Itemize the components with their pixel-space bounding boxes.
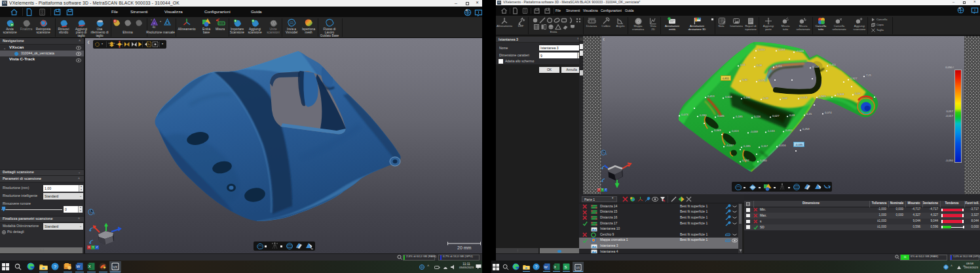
svg-text:?: ? [605,153,607,156]
svg-text:S: S [565,265,567,269]
svg-text:W: W [544,265,548,269]
svg-text:?: ? [535,264,537,270]
svg-text:?: ? [93,213,95,216]
svg-text:W: W [77,264,81,268]
svg-text:VX: VX [576,266,580,269]
svg-text:VX: VX [113,265,118,269]
svg-text:+: + [151,18,153,21]
svg-text:X: X [554,265,557,269]
svg-text:X: X [88,264,91,268]
svg-text:?: ? [54,264,57,270]
